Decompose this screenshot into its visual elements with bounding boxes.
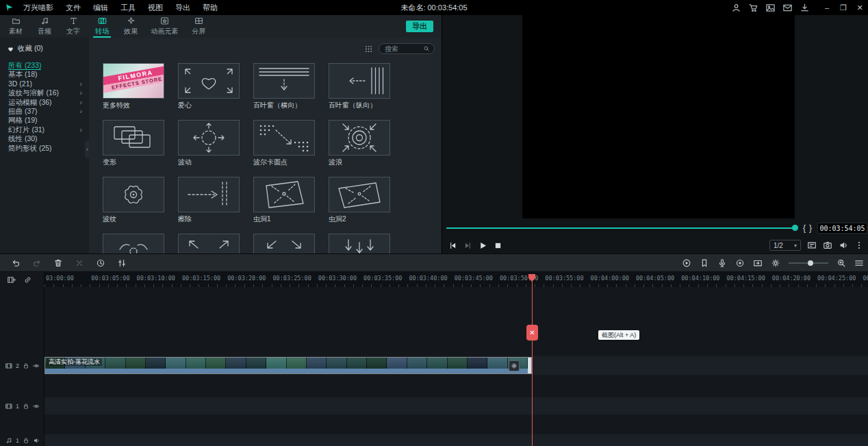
transition-thumbnail[interactable] bbox=[329, 120, 390, 156]
video-clip[interactable]: 高清实拍-落花流水 bbox=[44, 357, 532, 374]
preview-zoom-select[interactable]: 1/2 ▾ bbox=[769, 240, 801, 251]
tab-audio[interactable]: 音频 bbox=[30, 15, 59, 38]
transition-item[interactable] bbox=[329, 234, 390, 253]
fit-screen-icon[interactable] bbox=[807, 240, 817, 250]
transition-item[interactable] bbox=[253, 234, 315, 253]
menu-item[interactable]: 工具 bbox=[114, 0, 142, 15]
export-button[interactable]: 导出 bbox=[406, 21, 433, 32]
transition-item[interactable]: 百叶窗（横向） bbox=[253, 63, 315, 109]
lock-icon[interactable] bbox=[23, 403, 29, 410]
slider-thumb[interactable] bbox=[808, 260, 813, 266]
transition-thumbnail[interactable] bbox=[253, 234, 315, 253]
play-button[interactable] bbox=[478, 241, 487, 250]
eye-icon[interactable] bbox=[33, 403, 40, 410]
category-item[interactable]: 简约形状 (25) bbox=[0, 144, 89, 153]
category-item[interactable]: 基本 (18) bbox=[0, 70, 89, 79]
maximize-button[interactable]: ❐ bbox=[835, 0, 852, 15]
audio-track-1-lane[interactable] bbox=[44, 434, 868, 446]
render-preview-icon[interactable] bbox=[682, 258, 691, 268]
search-input[interactable] bbox=[379, 45, 423, 53]
category-item[interactable]: 扭曲 (37) bbox=[0, 107, 89, 116]
tab-elements[interactable]: 动画元素 bbox=[145, 15, 184, 38]
speaker-icon[interactable] bbox=[33, 437, 40, 444]
category-item[interactable]: 运动模糊 (36) bbox=[0, 98, 89, 107]
volume-icon[interactable] bbox=[839, 240, 848, 250]
record-icon[interactable] bbox=[735, 258, 745, 268]
seek-handle[interactable] bbox=[792, 225, 798, 231]
seek-bar[interactable] bbox=[446, 227, 795, 229]
mark-out-button[interactable]: } bbox=[809, 223, 812, 234]
transition-item[interactable]: 波浪 bbox=[329, 120, 390, 166]
account-icon[interactable] bbox=[731, 3, 741, 13]
category-item[interactable]: 网格 (19) bbox=[0, 116, 89, 125]
link-clips-icon[interactable] bbox=[23, 275, 32, 284]
menu-item[interactable]: 编辑 bbox=[87, 0, 114, 15]
transition-thumbnail[interactable] bbox=[253, 120, 315, 156]
zoom-fit-icon[interactable] bbox=[837, 258, 846, 268]
track-manage-icon[interactable] bbox=[854, 258, 864, 268]
favorites-header[interactable]: 收藏 (0) bbox=[0, 38, 89, 61]
manage-tracks-icon[interactable] bbox=[7, 275, 16, 284]
timeline-ruler[interactable]: 03:00:0000:03:05:0000:03:10:0000:03:15:0… bbox=[44, 272, 868, 287]
transition-thumbnail[interactable] bbox=[103, 234, 164, 253]
transition-thumbnail[interactable] bbox=[103, 177, 164, 212]
transition-thumbnail[interactable] bbox=[178, 234, 240, 253]
speed-icon[interactable] bbox=[96, 258, 105, 268]
effects-store-thumbnail[interactable]: FILMORA EFFECTS STORE bbox=[103, 63, 164, 99]
lock-icon[interactable] bbox=[23, 362, 29, 369]
tab-transitions[interactable]: 转场 bbox=[88, 15, 116, 38]
grid-view-icon[interactable] bbox=[364, 45, 373, 53]
next-frame-button[interactable] bbox=[463, 241, 472, 250]
export-frame-icon[interactable] bbox=[753, 258, 763, 268]
tab-media[interactable]: 素材 bbox=[1, 15, 30, 38]
transition-store-item[interactable]: FILMORA EFFECTS STORE 更多特效 bbox=[103, 63, 164, 109]
eye-icon[interactable] bbox=[33, 362, 40, 369]
clip-trim-handle[interactable] bbox=[528, 358, 531, 373]
stop-button[interactable] bbox=[494, 241, 502, 250]
transition-item[interactable]: 爱心 bbox=[178, 63, 240, 109]
category-item[interactable]: 幻灯片 (31) bbox=[0, 125, 89, 134]
transition-item[interactable]: 波尔卡圆点 bbox=[253, 120, 315, 166]
menu-item[interactable]: 帮助 bbox=[196, 0, 224, 15]
feedback-icon[interactable] bbox=[782, 3, 793, 13]
transition-item[interactable]: 百叶窗（纵向） bbox=[329, 63, 390, 109]
mark-in-button[interactable]: { bbox=[803, 223, 806, 234]
transition-item[interactable]: 虫洞2 bbox=[329, 177, 390, 223]
transition-item[interactable]: 虫洞1 bbox=[253, 177, 315, 223]
transition-item[interactable]: 波纹 bbox=[103, 177, 164, 223]
transition-thumbnail[interactable] bbox=[103, 120, 164, 156]
close-gap-icon[interactable] bbox=[75, 258, 84, 268]
menu-item[interactable]: 导出 bbox=[169, 0, 196, 15]
more-options-icon[interactable] bbox=[854, 240, 864, 250]
transition-item[interactable]: 变形 bbox=[103, 120, 164, 166]
transition-thumbnail[interactable] bbox=[178, 177, 240, 212]
media-library-icon[interactable] bbox=[765, 3, 776, 13]
transition-item[interactable] bbox=[178, 234, 240, 253]
category-item[interactable]: 线性 (30) bbox=[0, 134, 89, 143]
category-item[interactable]: 所有 (233) bbox=[0, 61, 89, 70]
menu-item[interactable]: 视图 bbox=[142, 0, 169, 15]
settings-icon[interactable] bbox=[771, 258, 780, 268]
minimize-button[interactable]: – bbox=[819, 0, 835, 15]
voiceover-icon[interactable] bbox=[717, 258, 727, 268]
category-item[interactable]: 3D (21) bbox=[0, 79, 89, 88]
delete-icon[interactable] bbox=[53, 258, 63, 268]
close-button[interactable]: ✕ bbox=[852, 0, 868, 15]
playhead-split-handle[interactable]: ✕ bbox=[526, 325, 538, 340]
transition-thumbnail[interactable] bbox=[178, 120, 240, 156]
tab-effects[interactable]: 效果 bbox=[116, 15, 145, 38]
transition-thumbnail[interactable] bbox=[253, 177, 315, 212]
tab-text[interactable]: 文字 bbox=[59, 15, 88, 38]
lock-icon[interactable] bbox=[23, 437, 29, 444]
prev-frame-button[interactable] bbox=[448, 241, 457, 250]
download-icon[interactable] bbox=[800, 3, 810, 13]
search-box[interactable] bbox=[379, 43, 435, 54]
category-item[interactable]: 波纹与溶解 (16) bbox=[0, 88, 89, 97]
clip-effect-badge[interactable] bbox=[509, 360, 520, 371]
redo-icon[interactable] bbox=[32, 258, 42, 268]
search-icon[interactable] bbox=[423, 45, 430, 52]
adjust-icon[interactable] bbox=[117, 258, 127, 268]
transition-item[interactable]: 擦除 bbox=[178, 177, 240, 223]
menu-item[interactable]: 文件 bbox=[60, 0, 87, 15]
timeline-zoom-slider[interactable] bbox=[789, 258, 828, 268]
